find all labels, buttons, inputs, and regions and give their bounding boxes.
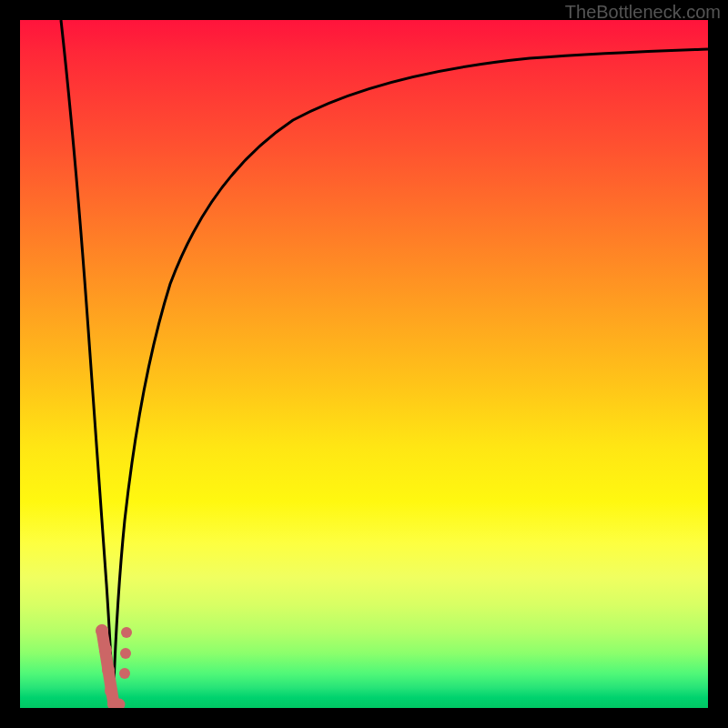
chart-container: TheBottleneck.com (0, 0, 728, 728)
plot-area (20, 20, 708, 708)
data-point (119, 668, 130, 679)
data-point-connector (102, 631, 114, 704)
data-point (121, 627, 132, 638)
right-curve (113, 49, 708, 708)
data-point (120, 648, 131, 659)
watermark-text: TheBottleneck.com (565, 2, 721, 23)
chart-svg (20, 20, 708, 708)
left-curve (61, 20, 113, 708)
